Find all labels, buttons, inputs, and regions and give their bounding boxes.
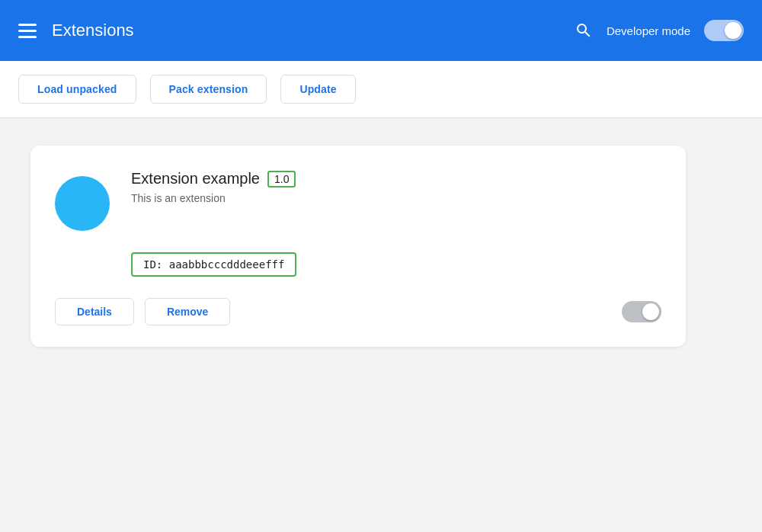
extension-card: Extension example 1.0 This is an extensi… — [30, 146, 686, 347]
developer-mode-label: Developer mode — [607, 24, 690, 37]
version-badge: 1.0 — [267, 171, 296, 187]
extension-id: ID: aaabbbcccdddeeefff — [131, 252, 296, 277]
header-right: Developer mode — [575, 20, 744, 41]
card-bottom: Details Remove — [55, 298, 661, 325]
update-button[interactable]: Update — [280, 75, 355, 104]
extension-name: Extension example — [131, 170, 260, 187]
extension-icon — [55, 176, 110, 231]
page-title: Extensions — [52, 21, 134, 40]
developer-mode-toggle[interactable] — [704, 20, 744, 41]
id-section: ID: aaabbbcccdddeeefff — [131, 252, 661, 277]
card-top: Extension example 1.0 This is an extensi… — [55, 170, 661, 231]
menu-icon[interactable] — [18, 24, 37, 38]
extension-info: Extension example 1.0 This is an extensi… — [131, 170, 296, 204]
card-actions: Details Remove — [55, 298, 230, 325]
toolbar: Load unpacked Pack extension Update — [0, 61, 762, 118]
search-icon[interactable] — [575, 21, 593, 40]
header-left: Extensions — [18, 21, 134, 40]
extension-description: This is an extension — [131, 192, 296, 204]
details-button[interactable]: Details — [55, 298, 134, 325]
remove-button[interactable]: Remove — [145, 298, 230, 325]
extension-name-row: Extension example 1.0 — [131, 170, 296, 187]
pack-extension-button[interactable]: Pack extension — [150, 75, 267, 104]
header: Extensions Developer mode — [0, 0, 762, 61]
load-unpacked-button[interactable]: Load unpacked — [18, 75, 136, 104]
main-content: Extension example 1.0 This is an extensi… — [0, 118, 762, 532]
extension-enable-toggle[interactable] — [622, 301, 661, 322]
